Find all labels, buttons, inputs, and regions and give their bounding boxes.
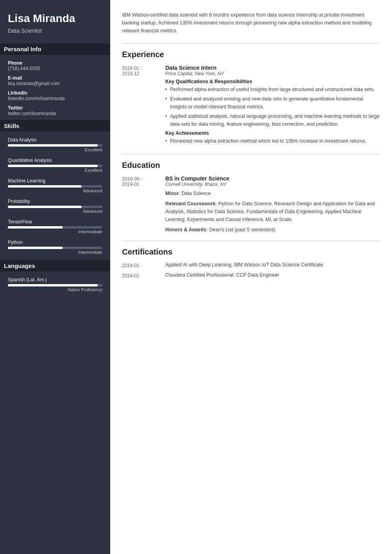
skill-bar-bg bbox=[8, 185, 102, 188]
cert-text: Cloudera Certified Professional: CCP Dat… bbox=[165, 272, 380, 279]
skill-bar-fill bbox=[8, 165, 98, 167]
twitter-label: Twitter bbox=[8, 105, 102, 111]
education-honors: Honors & Awards: Dean's List (past 5 sem… bbox=[165, 226, 380, 234]
divider bbox=[122, 43, 380, 44]
candidate-name: Lisa Miranda bbox=[8, 12, 102, 25]
skill-name: Machine Learning bbox=[8, 178, 102, 184]
experience-subtitle: Price Capital, New York, NY bbox=[165, 71, 380, 76]
skills-section-title: Skills bbox=[0, 120, 110, 132]
skill-name: TensorFlow bbox=[8, 219, 102, 225]
cert-date: 2019-01 bbox=[122, 262, 165, 268]
skill-item: Probability Advanced bbox=[8, 199, 102, 214]
skill-name: Data Analysis bbox=[8, 137, 102, 143]
skill-item: Data Analysis Excellent bbox=[8, 137, 102, 152]
qualification-item: Evaluated and analyzed existing and new … bbox=[165, 95, 380, 111]
lang-level: Native Proficiency bbox=[8, 287, 102, 292]
lang-bar-fill bbox=[8, 284, 98, 286]
skill-bar-fill bbox=[8, 226, 63, 229]
achievements-label: Key Achievements bbox=[165, 130, 380, 136]
personal-info-list: Phone (718) 444-5555 E-mail lisa.miranda… bbox=[8, 60, 102, 116]
skill-name: Python bbox=[8, 240, 102, 245]
achievements-list: Pioneered new alpha extraction method wh… bbox=[165, 138, 380, 145]
lang-bar-bg bbox=[8, 284, 102, 286]
languages-section-title: Languages bbox=[0, 260, 110, 271]
education-coursework: Relevant Coursework: Python for Data Sci… bbox=[165, 200, 380, 223]
skill-bar-fill bbox=[8, 247, 63, 249]
experience-content: Data Science Intern Price Capital, New Y… bbox=[165, 65, 380, 147]
summary-text: IBM Watson-certified data scientist with… bbox=[122, 11, 380, 35]
candidate-title: Data Scientist bbox=[8, 28, 102, 34]
skill-bar-fill bbox=[8, 185, 81, 188]
personal-info-item: Twitter twitter.com/lisamiranda bbox=[8, 105, 102, 116]
lang-item: Spanish (Lat. Am.) Native Proficiency bbox=[8, 277, 102, 292]
lang-name: Spanish (Lat. Am.) bbox=[8, 277, 102, 283]
linkedin-value: linkedin.com/in/lisamiranda bbox=[8, 96, 102, 101]
personal-info-section-title: Personal Info bbox=[0, 43, 110, 55]
skill-bar-bg bbox=[8, 206, 102, 208]
skill-name: Probability bbox=[8, 199, 102, 204]
skill-bar-fill bbox=[8, 206, 81, 208]
skill-bar-bg bbox=[8, 226, 102, 229]
skill-level: Advanced bbox=[8, 209, 102, 214]
skills-list: Data Analysis Excellent Quantitative Ana… bbox=[8, 137, 102, 255]
education-subtitle: Cornell University. Ithaca, NY bbox=[165, 182, 380, 187]
cert-date: 2018-01 bbox=[122, 272, 165, 279]
skill-bar-fill bbox=[8, 144, 98, 147]
skill-bar-bg bbox=[8, 247, 102, 249]
email-value: lisa.miranda@gmail.com bbox=[8, 81, 102, 86]
cert-entry: 2019-01 Applied AI with Deep Learning, I… bbox=[122, 262, 380, 268]
qualification-item: Performed alpha extraction of useful ins… bbox=[165, 86, 380, 93]
experience-entry: 2018-01 - 2018-12 Data Science Intern Pr… bbox=[122, 65, 380, 147]
skill-level: Advanced bbox=[8, 188, 102, 193]
skill-level: Excellent bbox=[8, 168, 102, 173]
coursework-label: Relevant Coursework bbox=[165, 201, 216, 206]
education-entry: 2016-09 - 2019-01 BS in Computer Science… bbox=[122, 175, 380, 234]
skill-name: Quantitative Analysis bbox=[8, 158, 102, 163]
personal-info-item: LinkedIn linkedin.com/in/lisamiranda bbox=[8, 90, 102, 101]
education-minor: Minor: Data Science bbox=[165, 190, 380, 197]
skill-item: TensorFlow Intermediate bbox=[8, 219, 102, 234]
resume-container: Lisa Miranda Data Scientist Personal Inf… bbox=[0, 0, 392, 554]
experience-section-title: Experience bbox=[122, 50, 380, 59]
minor-label: Minor bbox=[165, 191, 179, 196]
email-label: E-mail bbox=[8, 75, 102, 81]
education-date: 2016-09 - 2019-01 bbox=[122, 175, 165, 234]
skill-level: Excellent bbox=[8, 147, 102, 152]
cert-text: Applied AI with Deep Learning, IBM Watso… bbox=[165, 262, 380, 268]
phone-label: Phone bbox=[8, 60, 102, 66]
divider bbox=[122, 154, 380, 154]
certifications-section-title: Certifications bbox=[122, 247, 380, 257]
qualifications-list: Performed alpha extraction of useful ins… bbox=[165, 86, 380, 128]
cert-entry: 2018-01 Cloudera Certified Professional:… bbox=[122, 272, 380, 279]
languages-list: Spanish (Lat. Am.) Native Proficiency bbox=[8, 277, 102, 292]
twitter-value: twitter.com/lisamiranda bbox=[8, 111, 102, 116]
main-content: IBM Watson-certified data scientist with… bbox=[110, 0, 392, 554]
achievement-item: Pioneered new alpha extraction method wh… bbox=[165, 138, 380, 145]
sidebar: Lisa Miranda Data Scientist Personal Inf… bbox=[0, 0, 110, 554]
minor-value: Data Science bbox=[181, 191, 211, 196]
personal-info-item: Phone (718) 444-5555 bbox=[8, 60, 102, 71]
education-title: BS in Computer Science bbox=[165, 175, 380, 182]
linkedin-label: LinkedIn bbox=[8, 90, 102, 96]
skill-item: Python Intermediate bbox=[8, 240, 102, 255]
skill-item: Machine Learning Advanced bbox=[8, 178, 102, 193]
phone-value: (718) 444-5555 bbox=[8, 66, 102, 71]
qualifications-label: Key Qualifications & Responsibilities bbox=[165, 79, 380, 84]
experience-title: Data Science Intern bbox=[165, 65, 380, 71]
divider bbox=[122, 241, 380, 241]
skill-bar-bg bbox=[8, 144, 102, 147]
personal-info-item: E-mail lisa.miranda@gmail.com bbox=[8, 75, 102, 86]
skill-level: Intermediate bbox=[8, 229, 102, 234]
honors-label: Honors & Awards bbox=[165, 227, 206, 232]
skill-item: Quantitative Analysis Excellent bbox=[8, 158, 102, 173]
qualification-item: Applied statistical analysis, natural la… bbox=[165, 113, 380, 128]
education-content: BS in Computer Science Cornell Universit… bbox=[165, 175, 380, 234]
experience-date: 2018-01 - 2018-12 bbox=[122, 65, 165, 147]
skill-bar-bg bbox=[8, 165, 102, 167]
education-section-title: Education bbox=[122, 161, 380, 170]
skill-level: Intermediate bbox=[8, 250, 102, 255]
minor-colon: : bbox=[179, 191, 181, 196]
honors-value: Dean's List (past 5 semesters) bbox=[209, 227, 275, 232]
coursework-colon: : bbox=[216, 201, 218, 206]
